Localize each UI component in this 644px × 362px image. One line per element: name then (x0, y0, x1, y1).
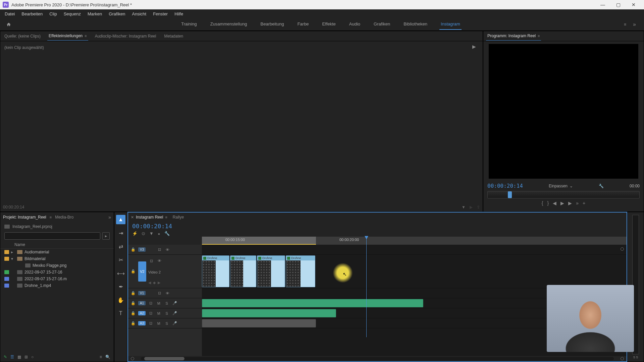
linked-selection-icon[interactable]: ⊙ (142, 231, 145, 236)
home-icon[interactable] (4, 20, 13, 29)
program-viewer[interactable] (489, 44, 638, 179)
marker-icon[interactable]: ▼ (149, 231, 154, 236)
tab-menu-icon[interactable]: ≡ (538, 34, 540, 38)
keyframe-prev-icon[interactable]: ◀ (148, 281, 151, 285)
minimize-button[interactable]: ― (595, 0, 610, 9)
work-area-bar[interactable] (202, 237, 316, 245)
workspace-tab-zusammenstellung[interactable]: Zusammenstellung (209, 19, 249, 30)
track-label[interactable]: A2 (138, 311, 146, 315)
menu-marken[interactable]: Marken (84, 9, 105, 18)
sequence-tab-instagram[interactable]: ✕ Instagram Reel ≡ (131, 215, 167, 220)
track-header-a1[interactable]: 🔒 A1 ⊡ M S 🎤 (128, 298, 202, 308)
icon-view-icon[interactable]: ▦ (17, 355, 21, 359)
add-icon[interactable]: + (583, 200, 585, 206)
fx-badge-icon[interactable] (231, 257, 234, 260)
track-target-v2[interactable]: V2 (138, 261, 146, 282)
solo-button[interactable]: S (164, 320, 170, 326)
maximize-button[interactable]: ▢ (610, 0, 626, 9)
hand-tool[interactable]: ✋ (116, 295, 125, 305)
source-tab[interactable]: Audioclip-Mischer: Instagram Reel (94, 32, 158, 41)
scrubber-handle[interactable] (508, 191, 512, 198)
zoom-out-icon[interactable] (131, 357, 134, 360)
slip-tool[interactable]: ⟷ (116, 268, 125, 278)
workspace-tab-farbe[interactable]: Farbe (296, 19, 310, 30)
workspace-tab-bibliotheken[interactable]: Bibliotheken (402, 19, 429, 30)
play-button[interactable]: ▶ (560, 200, 564, 206)
eye-icon[interactable]: 👁 (164, 247, 170, 253)
workspace-tab-audio[interactable]: Audio (348, 19, 362, 30)
sync-lock-icon[interactable]: ⊡ (156, 247, 162, 253)
pencil-icon[interactable]: ✎ (4, 355, 7, 359)
menu-clip[interactable]: Clip (46, 9, 60, 18)
scrollbar-thumb[interactable] (144, 357, 184, 360)
record-icon[interactable]: 🎤 (172, 310, 178, 316)
record-icon[interactable]: 🎤 (172, 320, 178, 326)
step-back-icon[interactable]: ◀ (553, 200, 556, 206)
track-header-a2[interactable]: 🔒 A2 ⊡ M S 🎤 (128, 308, 202, 318)
program-timecode[interactable]: 00:00:20:14 (487, 183, 523, 189)
freeform-view-icon[interactable]: ⊞ (24, 355, 28, 359)
tab-menu-icon[interactable]: ≡ (50, 215, 52, 219)
menu-bearbeiten[interactable]: Bearbeiten (18, 9, 46, 18)
play-icon[interactable]: ▶ (470, 205, 473, 209)
fx-badge-icon[interactable] (203, 257, 206, 260)
record-icon[interactable]: 🎤 (172, 300, 178, 306)
mark-out-icon[interactable]: } (547, 200, 549, 206)
mute-button[interactable]: M (156, 310, 162, 316)
eye-icon[interactable]: 👁 (164, 290, 170, 296)
track-label[interactable]: V1 (138, 291, 146, 295)
track-v3[interactable] (202, 245, 627, 255)
media-browser-tab[interactable]: Media-Bro (55, 215, 73, 220)
lock-icon[interactable]: 🔒 (130, 247, 136, 253)
sync-lock-icon[interactable]: ⊡ (148, 258, 154, 264)
project-tab[interactable]: Projekt: Instagram_Reel (3, 215, 46, 220)
timeline-ruler[interactable]: 00:00:15:00 00:00:20:00 (202, 237, 627, 245)
lock-icon[interactable]: 🔒 (130, 268, 136, 275)
track-header-v1[interactable]: 🔒 V1 ⊡ 👁 (128, 288, 202, 298)
track-header-v3[interactable]: 🔒 V3 ⊡ 👁 (128, 245, 202, 255)
sync-lock-icon[interactable]: ⊡ (156, 290, 162, 296)
menu-ansicht[interactable]: Ansicht (128, 9, 150, 18)
mute-button[interactable]: M (156, 300, 162, 306)
project-item[interactable]: 2022-09-07 15-27-16 (0, 269, 114, 276)
lock-icon[interactable]: 🔒 (130, 300, 136, 306)
zoom-fit-dropdown[interactable]: Einpassen ⌄ (549, 184, 573, 188)
video-clip[interactable]: Drohne (202, 255, 229, 287)
workspace-tab-training[interactable]: Training (180, 19, 198, 30)
find-icon[interactable]: 🔍 (105, 355, 110, 359)
workspace-tab-grafiken[interactable]: Grafiken (372, 19, 391, 30)
audio-clip[interactable] (202, 299, 423, 307)
step-forward-icon[interactable]: ▶ (568, 200, 572, 206)
mute-button[interactable]: M (156, 320, 162, 326)
wrench-icon[interactable]: 🔧 (164, 231, 170, 236)
pen-tool[interactable]: ✒ (116, 282, 125, 291)
video-clip[interactable]: Drohne (230, 255, 256, 287)
audio-clip-muted[interactable] (202, 319, 316, 327)
playhead[interactable] (366, 237, 367, 337)
type-tool[interactable]: T (116, 309, 125, 318)
keyframe-next-icon[interactable]: ▶ (158, 281, 160, 285)
ripple-edit-tool[interactable]: ⇄ (116, 242, 125, 251)
zoom-in-icon[interactable] (621, 357, 624, 360)
settings-icon[interactable]: ⬥ (158, 231, 160, 236)
track-label[interactable]: V3 (138, 247, 146, 252)
fx-badge-icon[interactable] (287, 257, 290, 260)
menu-hilfe[interactable]: Hilfe (171, 9, 186, 18)
project-item[interactable]: 2022-09-07 15-27-16.m (0, 276, 114, 282)
track-header-a3[interactable]: 🔒 A3 ⊡ M S 🎤 (128, 318, 202, 328)
source-tab[interactable]: Metadaten (163, 32, 184, 41)
sync-lock-icon[interactable]: ⊡ (148, 310, 154, 316)
sequence-tab-rallye[interactable]: Rallye (173, 215, 184, 220)
expand-arrow-icon[interactable]: ▾ (11, 256, 15, 261)
menu-sequenz[interactable]: Sequenz (60, 9, 84, 18)
list-view-icon[interactable]: ☰ (10, 355, 14, 359)
project-bin[interactable]: ▾Bildmaterial (0, 255, 114, 262)
overflow-icon[interactable]: » (576, 200, 579, 206)
lock-icon[interactable]: 🔒 (130, 320, 136, 326)
selection-tool[interactable]: ▲ (116, 215, 125, 224)
export-icon[interactable]: ⇪ (477, 205, 480, 209)
bin-back-icon[interactable] (4, 225, 10, 229)
program-tab[interactable]: Programm: Instagram Reel ≡ (486, 32, 541, 41)
lock-icon[interactable]: 🔒 (130, 310, 136, 316)
track-select-tool[interactable]: ⇥ (116, 228, 125, 238)
